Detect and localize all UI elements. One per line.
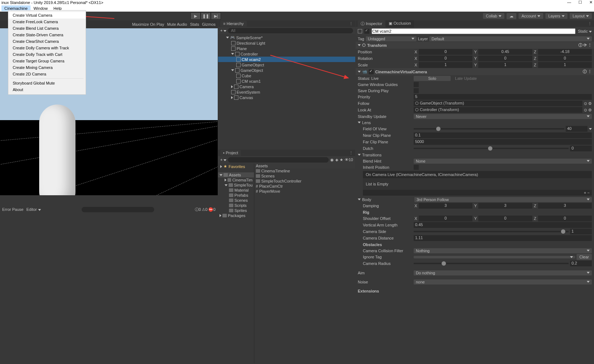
- side-field[interactable]: 1: [570, 229, 592, 234]
- scale-z[interactable]: 1: [538, 62, 592, 68]
- folder-item[interactable]: CinemaTim: [218, 177, 254, 183]
- project-tab[interactable]: ▪ Project: [220, 150, 241, 156]
- solo-button[interactable]: Solo: [414, 76, 451, 81]
- menu-create-virtual-camera[interactable]: Create Virtual Camera: [8, 12, 86, 19]
- radius-slider[interactable]: [414, 263, 569, 264]
- cvc-header[interactable]: 📹 CinemachineVirtualCameraⓘ ⋮: [356, 68, 594, 75]
- favorites-node[interactable]: ★ Favorites: [218, 163, 254, 169]
- menu-create-target-group[interactable]: Create Target Group Camera: [8, 58, 86, 64]
- pos-z[interactable]: -4.18: [538, 49, 592, 55]
- priority-field[interactable]: 5: [414, 94, 592, 100]
- panel-options-icon[interactable]: ⋮: [349, 151, 353, 155]
- assets-folder[interactable]: Assets: [218, 172, 254, 177]
- body-label[interactable]: Body: [362, 197, 413, 202]
- filter-icon[interactable]: ◈: [335, 158, 338, 162]
- standby-dropdown[interactable]: Never: [414, 114, 592, 119]
- transitions-label[interactable]: Transitions: [362, 153, 381, 157]
- folder-item[interactable]: Scripts: [218, 203, 254, 208]
- account-button[interactable]: Account: [519, 13, 543, 19]
- scale-y[interactable]: 1: [478, 62, 532, 68]
- hierarchy-tab[interactable]: ≡ Hierarchy: [220, 21, 247, 26]
- packages-folder[interactable]: Packages: [218, 213, 254, 218]
- close-icon[interactable]: ✕: [589, 0, 593, 5]
- pos-x[interactable]: 0: [419, 49, 472, 55]
- inherit-checkbox[interactable]: [414, 165, 419, 170]
- menu-about[interactable]: About: [8, 86, 86, 93]
- maximize-on-play[interactable]: Maximize On Play: [132, 22, 164, 26]
- dutch-slider[interactable]: [414, 148, 569, 149]
- hierarchy-item[interactable]: Cube: [218, 73, 355, 78]
- menu-create-clearshot[interactable]: Create ClearShot Camera: [8, 38, 86, 45]
- static-toggle[interactable]: Static: [578, 29, 592, 33]
- occlusion-tab[interactable]: ▣ Occlusion: [386, 20, 414, 27]
- layout-button[interactable]: Layout: [570, 13, 592, 19]
- error-pause-button[interactable]: Error Pause: [2, 207, 24, 212]
- menu-create-mixing[interactable]: Create Mixing Camera: [8, 64, 86, 71]
- radius-field[interactable]: 0.2: [570, 261, 592, 266]
- hidden-count[interactable]: 👁10: [345, 158, 353, 162]
- event-add-button[interactable]: +: [584, 191, 586, 195]
- clear-button[interactable]: Clear: [577, 254, 592, 260]
- error-count[interactable]: ⛔0: [208, 207, 216, 212]
- scale-x[interactable]: 1: [419, 62, 472, 68]
- step-button[interactable]: ▶|: [211, 12, 221, 20]
- asset-item[interactable]: CinemaTimeline: [254, 168, 355, 173]
- fov-field[interactable]: 40: [566, 126, 587, 132]
- follow-field[interactable]: ⬡ GameObject (Transform): [414, 101, 582, 106]
- asset-item[interactable]: Scenes: [254, 173, 355, 179]
- breadcrumb-assets[interactable]: Assets: [254, 163, 355, 168]
- folder-item[interactable]: Material: [218, 188, 254, 193]
- asset-item[interactable]: # PlaceCamCtr: [254, 184, 355, 189]
- cloud-button[interactable]: ☁: [507, 13, 516, 19]
- active-checkbox[interactable]: [364, 29, 369, 34]
- folder-item[interactable]: Prefabs: [218, 193, 254, 198]
- folder-item[interactable]: SimpleTou: [218, 183, 254, 188]
- menu-create-2d[interactable]: Create 2D Camera: [8, 71, 86, 77]
- guides-checkbox[interactable]: [414, 82, 419, 87]
- hierarchy-item[interactable]: CM vcam1: [218, 78, 355, 84]
- info-count[interactable]: ⓘ0: [195, 207, 201, 212]
- warn-count[interactable]: ⚠0: [202, 207, 208, 212]
- coll-dropdown[interactable]: Nothing: [414, 248, 592, 253]
- far-field[interactable]: 5000: [414, 139, 592, 145]
- panel-options-icon[interactable]: ⋮: [588, 21, 592, 26]
- inspector-tab[interactable]: ⓘ Inspector: [358, 20, 385, 27]
- folder-item[interactable]: Sprites: [218, 208, 254, 213]
- save-play-checkbox[interactable]: [414, 88, 419, 93]
- mute-audio[interactable]: Mute Audio: [167, 22, 187, 26]
- lookat-field[interactable]: ⬡ Controller (Transform): [414, 107, 582, 113]
- side-slider[interactable]: [414, 231, 569, 232]
- rot-y[interactable]: 0: [478, 56, 532, 61]
- maximize-icon[interactable]: ☐: [578, 0, 582, 5]
- damp-z[interactable]: 3: [538, 203, 592, 209]
- dist-field[interactable]: 1.11: [414, 235, 592, 241]
- folder-item[interactable]: Scenes: [218, 198, 254, 203]
- asset-item[interactable]: SimpleTouchController: [254, 179, 355, 184]
- cvc-enabled-checkbox[interactable]: [369, 69, 374, 74]
- sh-z[interactable]: 0: [538, 216, 592, 221]
- hierarchy-item[interactable]: Controller: [218, 51, 355, 57]
- menu-create-dolly-track-cart[interactable]: Create Dolly Track with Cart: [8, 51, 86, 58]
- asset-item[interactable]: # PlayerMove: [254, 189, 355, 194]
- body-dropdown[interactable]: 3rd Person Follow: [414, 197, 592, 202]
- gizmos[interactable]: Gizmos: [202, 22, 216, 26]
- damp-y[interactable]: 3: [478, 203, 532, 209]
- sh-y[interactable]: 0: [478, 216, 532, 221]
- damp-x[interactable]: 3: [419, 203, 472, 209]
- scene-node[interactable]: 🎮 SampleScene*: [218, 35, 355, 40]
- blend-dropdown[interactable]: None: [414, 159, 592, 164]
- noise-dropdown[interactable]: none: [414, 279, 592, 285]
- create-dropdown[interactable]: +: [220, 28, 226, 33]
- console-search[interactable]: [82, 207, 154, 212]
- layers-button[interactable]: Layers: [545, 13, 568, 19]
- arm-field[interactable]: 0.45: [414, 222, 592, 228]
- tag-dropdown[interactable]: Untagged: [366, 36, 417, 41]
- transform-header[interactable]: ⬡ Transformⓘ ⟳ ⋮: [356, 42, 594, 49]
- hierarchy-item[interactable]: Camera: [218, 84, 355, 89]
- hierarchy-item-selected[interactable]: CM vcam2: [218, 57, 355, 62]
- star-icon[interactable]: ★: [340, 158, 343, 162]
- menu-storyboard-mute[interactable]: Storyboard Global Mute: [8, 80, 86, 86]
- dutch-field[interactable]: 0: [570, 146, 592, 151]
- hierarchy-item[interactable]: GameObject: [218, 68, 355, 73]
- hierarchy-item[interactable]: Directional Light: [218, 40, 355, 46]
